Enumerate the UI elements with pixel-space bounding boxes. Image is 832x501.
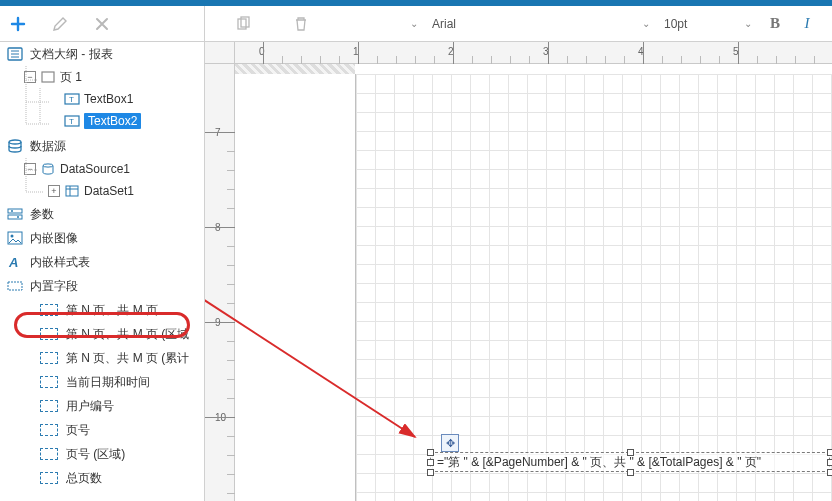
field-icon xyxy=(40,352,58,364)
field-icon xyxy=(40,472,58,484)
builtin-icon xyxy=(6,278,24,294)
italic-button[interactable]: I xyxy=(798,15,816,32)
database-icon xyxy=(6,138,24,154)
builtin-header[interactable]: 内置字段 xyxy=(0,274,204,298)
builtin-field-page-of-region[interactable]: 第 N 页、共 M 页 (区域 xyxy=(0,322,204,346)
page-label: 页 1 xyxy=(60,69,82,86)
svg-text:A: A xyxy=(8,255,18,269)
params-icon xyxy=(6,206,24,222)
collapse-icon[interactable]: − xyxy=(24,71,36,83)
bold-button[interactable]: B xyxy=(766,15,784,32)
copy-icon[interactable] xyxy=(233,14,253,34)
svg-point-11 xyxy=(9,140,21,144)
builtin-field-pagenum-region[interactable]: 页号 (区域) xyxy=(0,442,204,466)
sidebar: 文档大纲 - 报表 − 页 1 T TextBox1 T xyxy=(0,42,205,501)
resize-handle[interactable] xyxy=(627,469,634,476)
chevron-down-icon: ⌄ xyxy=(642,18,650,29)
field-icon xyxy=(40,304,58,316)
edit-icon[interactable] xyxy=(50,14,70,34)
svg-point-18 xyxy=(11,210,13,212)
builtin-field-page-of-cumulative[interactable]: 第 N 页、共 M 页 (累计 xyxy=(0,346,204,370)
move-handle-icon[interactable]: ✥ xyxy=(441,434,459,452)
builtin-field-userid[interactable]: 用户编号 xyxy=(0,394,204,418)
tree-textbox2[interactable]: T TextBox2 xyxy=(4,110,204,132)
vertical-ruler[interactable]: 7 8 9 10 xyxy=(205,64,235,501)
outline-header[interactable]: 文档大纲 - 报表 xyxy=(0,42,204,66)
textbox1-label: TextBox1 xyxy=(84,92,133,106)
page-icon xyxy=(40,70,56,84)
images-label: 内嵌图像 xyxy=(30,230,78,247)
images-header[interactable]: 内嵌图像 xyxy=(0,226,204,250)
collapse-icon[interactable]: − xyxy=(24,163,36,175)
datasource-header[interactable]: 数据源 xyxy=(0,134,204,158)
params-header[interactable]: 参数 xyxy=(0,202,204,226)
dataset-label: DataSet1 xyxy=(84,184,134,198)
toolbar: ⌄ Arial ⌄ 10pt ⌄ B I xyxy=(0,6,832,42)
builtin-fields-list: 第 N 页、共 M 页 第 N 页、共 M 页 (区域 第 N 页、共 M 页 … xyxy=(0,298,204,490)
field-label: 第 N 页、共 M 页 xyxy=(66,302,158,319)
dataset-node[interactable]: + DataSet1 xyxy=(4,180,204,202)
datasource-label: DataSource1 xyxy=(60,162,130,176)
datasource-title: 数据源 xyxy=(30,138,66,155)
field-label: 当前日期和时间 xyxy=(66,374,150,391)
textbox-icon: T xyxy=(64,92,80,106)
resize-handle[interactable] xyxy=(427,469,434,476)
datasource-node[interactable]: − DataSource1 xyxy=(4,158,204,180)
svg-point-12 xyxy=(43,164,53,167)
builtin-field-datetime[interactable]: 当前日期和时间 xyxy=(0,370,204,394)
outline-icon xyxy=(6,46,24,62)
outline-title: 文档大纲 - 报表 xyxy=(30,46,113,63)
table-icon xyxy=(64,184,80,198)
styles-icon: A xyxy=(6,254,24,270)
field-icon xyxy=(40,328,58,340)
field-label: 第 N 页、共 M 页 (区域 xyxy=(66,326,189,343)
field-icon xyxy=(40,448,58,460)
field-label: 页号 (区域) xyxy=(66,446,125,463)
svg-rect-16 xyxy=(8,209,22,213)
datasource-tree: − DataSource1 + DataSet1 xyxy=(0,158,204,202)
builtin-field-page-of[interactable]: 第 N 页、共 M 页 xyxy=(0,298,204,322)
design-canvas[interactable]: ="第 " & [&PageNumber] & " 页、共 " & [&Tota… xyxy=(355,74,832,501)
delete-icon[interactable] xyxy=(92,14,112,34)
design-canvas-area: 0 1 2 3 4 5 7 8 9 10 xyxy=(205,42,832,501)
builtin-field-pagenum[interactable]: 页号 xyxy=(0,418,204,442)
styles-label: 内嵌样式表 xyxy=(30,254,90,271)
page-margin-indicator xyxy=(235,64,355,74)
field-label: 页号 xyxy=(66,422,90,439)
ruler-corner xyxy=(205,42,235,64)
resize-handle[interactable] xyxy=(827,469,832,476)
resize-handle[interactable] xyxy=(827,459,832,466)
font-family-select[interactable]: Arial ⌄ xyxy=(432,17,650,31)
horizontal-ruler[interactable]: 0 1 2 3 4 5 xyxy=(235,42,832,64)
field-icon xyxy=(40,376,58,388)
font-size-select[interactable]: 10pt ⌄ xyxy=(664,17,752,31)
resize-handle[interactable] xyxy=(427,449,434,456)
outline-toolbar xyxy=(0,6,205,41)
field-label: 第 N 页、共 M 页 (累计 xyxy=(66,350,189,367)
align-dropdown-icon[interactable]: ⌄ xyxy=(410,18,418,29)
database-icon xyxy=(40,162,56,176)
styles-header[interactable]: A 内嵌样式表 xyxy=(0,250,204,274)
svg-point-19 xyxy=(17,216,19,218)
svg-rect-6 xyxy=(42,72,54,82)
font-size-label: 10pt xyxy=(664,17,704,31)
svg-text:T: T xyxy=(69,117,74,126)
builtin-field-totalpages[interactable]: 总页数 xyxy=(0,466,204,490)
svg-point-21 xyxy=(11,235,14,238)
tree-textbox1[interactable]: T TextBox1 xyxy=(4,88,204,110)
outline-tree: − 页 1 T TextBox1 T TextBox2 xyxy=(0,66,204,132)
field-icon xyxy=(40,400,58,412)
resize-handle[interactable] xyxy=(627,449,634,456)
resize-handle[interactable] xyxy=(827,449,832,456)
tree-page-node[interactable]: − 页 1 xyxy=(4,66,204,88)
trash-icon[interactable] xyxy=(291,14,311,34)
expand-icon[interactable]: + xyxy=(48,185,60,197)
svg-rect-17 xyxy=(8,215,22,219)
image-icon xyxy=(6,230,24,246)
canvas-grid xyxy=(355,74,832,501)
add-icon[interactable] xyxy=(8,14,28,34)
resize-handle[interactable] xyxy=(427,459,434,466)
main-area: 文档大纲 - 报表 − 页 1 T TextBox1 T xyxy=(0,42,832,501)
textbox2-label: TextBox2 xyxy=(84,113,141,129)
svg-rect-13 xyxy=(66,186,78,196)
